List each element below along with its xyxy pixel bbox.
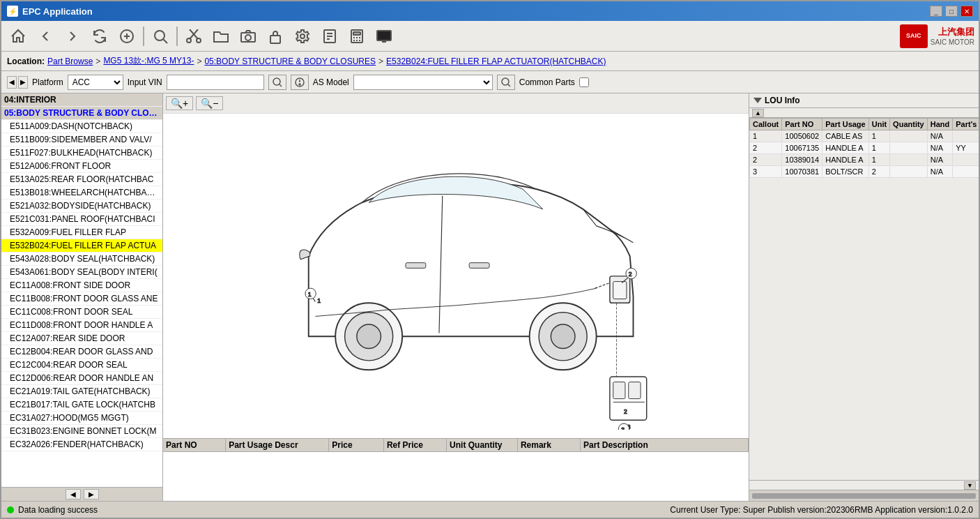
note-button[interactable] (317, 24, 342, 48)
folder-button[interactable] (208, 24, 233, 48)
cell-part-usage: BOLT/SCR (822, 166, 868, 178)
sidebar-item-e511f027[interactable]: E511F027:BULKHEAD(HATCHBACK) (1, 146, 162, 160)
as-model-search-button[interactable] (497, 75, 515, 90)
sidebar-item-ec12d006[interactable]: EC12D006:REAR DOOR HANDLE AN (1, 372, 162, 385)
cut-button[interactable] (181, 24, 206, 48)
sidebar-item-ec12a007[interactable]: EC12A007:REAR SIDE DOOR (1, 332, 162, 345)
camera-button[interactable] (236, 24, 261, 48)
sidebar-item-ec11c008[interactable]: EC11C008:FRONT DOOR SEAL (1, 306, 162, 319)
minimize-button[interactable]: _ (930, 6, 942, 17)
cell-parts-info (953, 154, 979, 166)
svg-text:1: 1 (308, 290, 312, 297)
sidebar-item-ec11d008[interactable]: EC11D008:FRONT DOOR HANDLE A (1, 319, 162, 332)
lock-button[interactable] (263, 24, 288, 48)
sidebar-item-ec21b017[interactable]: EC21B017:TAIL GATE LOCK(HATCHB (1, 398, 162, 412)
svg-rect-49 (629, 382, 641, 398)
lou-collapse-icon[interactable] (753, 98, 762, 103)
sidebar-item-e543a061[interactable]: E543A061:BODY SEAL(BODY INTERI( (1, 266, 162, 279)
lou-table-row[interactable]: 2 10389014 HANDLE A 1 N/A (750, 154, 979, 166)
svg-rect-18 (353, 32, 360, 35)
common-parts-checkbox[interactable] (579, 77, 589, 87)
sidebar-item-ec31b023[interactable]: EC31B023:ENGINE BONNET LOCK(M (1, 425, 162, 438)
cell-quantity (890, 154, 928, 166)
add-button[interactable] (114, 24, 139, 48)
right-panel: LOU Info ▲ Callout Part NO Part Usage Un… (749, 93, 979, 501)
zoom-in-button[interactable]: 🔍+ (166, 96, 193, 110)
calculator-button[interactable] (344, 24, 369, 48)
logo-badge: SAIC (900, 24, 928, 48)
location-section[interactable]: 05:BODY STRUCTURE & BODY CLOSURES (204, 57, 376, 66)
lou-table-row[interactable]: 1 10050602 CABLE AS 1 N/A (750, 130, 979, 142)
platform-select[interactable]: ACC (68, 75, 123, 90)
lou-scroll-top: ▲ (749, 108, 979, 118)
sidebar-item-e543a028[interactable]: E543A028:BODY SEAL(HATCHBACK) (1, 253, 162, 266)
scroll-right-button[interactable]: ▶ (18, 76, 28, 89)
location-part[interactable]: E532B024:FUEL FILLER FLAP ACTUATOR(HATCH… (386, 57, 606, 66)
location-part-browse[interactable]: Part Browse (47, 57, 93, 66)
vin-option-button[interactable] (291, 75, 309, 90)
maximize-button[interactable]: □ (945, 6, 958, 17)
close-button[interactable]: ✕ (960, 6, 973, 17)
car-diagram: 1 2 3 1 (247, 122, 665, 430)
screen-button[interactable] (372, 24, 397, 48)
svg-line-4 (164, 39, 168, 43)
sidebar-item-ec31a027[interactable]: EC31A027:HOOD(MG5 MGGT) (1, 412, 162, 425)
sidebar-scroll-right-button[interactable]: ▶ (84, 489, 99, 499)
svg-text:2: 2 (624, 407, 627, 414)
search-button[interactable] (148, 24, 173, 48)
sidebar-item-ec12c004[interactable]: EC12C004:REAR DOOR SEAL (1, 359, 162, 372)
forward-button[interactable] (60, 24, 85, 48)
sidebar-item-e511a009[interactable]: E511A009:DASH(NOTCHBACK) (1, 120, 162, 133)
lou-scroll-up-button[interactable]: ▲ (752, 109, 764, 117)
sidebar-item-interior[interactable]: 04:INTERIOR (1, 93, 162, 107)
lou-scroll-bottom: ▼ (749, 480, 979, 490)
lou-table: Callout Part NO Part Usage Unit Quantity… (749, 118, 979, 178)
cell-part-no: 10070381 (782, 166, 822, 178)
sidebar-item-ec11a008[interactable]: EC11A008:FRONT SIDE DOOR (1, 279, 162, 292)
settings-button[interactable] (290, 24, 315, 48)
cell-hand: N/A (927, 154, 953, 166)
lou-table-row[interactable]: 3 10070381 BOLT/SCR 2 N/A (750, 166, 979, 178)
cell-part-no: 10050602 (782, 130, 822, 142)
vin-search-button[interactable] (268, 75, 286, 90)
sidebar-item-ec12b004[interactable]: EC12B004:REAR DOOR GLASS AND (1, 345, 162, 359)
lou-scroll-down-button[interactable]: ▼ (964, 481, 976, 490)
sidebar: 04:INTERIOR 05:BODY STRUCTURE & BODY CLO… (1, 93, 163, 501)
sidebar-scroll-left-button[interactable]: ◀ (66, 489, 81, 499)
logo-text: 上汽集团 SAIC MOTOR (931, 26, 974, 46)
sidebar-item-e521a032[interactable]: E521A032:BODYSIDE(HATCHBACK) (1, 200, 162, 213)
col-part-usage: Part Usage Descr (226, 439, 329, 451)
sidebar-item-e511b009[interactable]: E511B009:SIDEMEMBER AND VALV/ (1, 133, 162, 146)
sidebar-item-e532a009[interactable]: E532A009:FUEL FILLER FLAP (1, 226, 162, 239)
refresh-button[interactable] (87, 24, 112, 48)
sidebar-item-ec21a019[interactable]: EC21A019:TAIL GATE(HATCHBACK) (1, 385, 162, 398)
sidebar-item-ec11b008[interactable]: EC11B008:FRONT DOOR GLASS ANE (1, 292, 162, 306)
cell-unit: 1 (868, 130, 889, 142)
sidebar-item-e513b018[interactable]: E513B018:WHEELARCH(HATCHBACK (1, 186, 162, 200)
sidebar-item-e521c031[interactable]: E521C031:PANEL ROOF(HATCHBACI (1, 213, 162, 226)
toolbar-separator-1 (143, 27, 144, 46)
location-model[interactable]: MG5 13款-:MG 5 MY13- (103, 55, 194, 67)
lou-table-wrap[interactable]: Callout Part NO Part Usage Unit Quantity… (749, 118, 979, 480)
vin-input[interactable] (167, 75, 264, 90)
col-part-no: Part NO (163, 439, 226, 451)
scroll-left-button[interactable]: ◀ (7, 76, 17, 89)
lou-horizontal-scrollbar[interactable] (749, 490, 979, 501)
platform-label: Platform (32, 77, 63, 87)
svg-text:1: 1 (317, 297, 321, 304)
bottom-panel: Part NO Part Usage Descr Price Ref Price… (163, 438, 749, 501)
lou-table-row[interactable]: 2 10067135 HANDLE A 1 N/A YY (750, 142, 979, 154)
home-button[interactable] (6, 24, 31, 48)
sidebar-bottom-scroll: ◀ ▶ (1, 487, 162, 501)
sidebar-item-body-structure[interactable]: 05:BODY STRUCTURE & BODY CLOSUR (1, 107, 162, 120)
sidebar-item-e532b024[interactable]: E532B024:FUEL FILLER FLAP ACTUA (1, 239, 162, 253)
as-model-select[interactable] (353, 75, 493, 90)
sidebar-item-ec32a026[interactable]: EC32A026:FENDER(HATCHBACK) (1, 438, 162, 451)
sidebar-item-e513a025[interactable]: E513A025:REAR FLOOR(HATCHBAC (1, 173, 162, 186)
cell-callout: 1 (750, 130, 782, 142)
svg-rect-11 (270, 36, 280, 43)
sidebar-item-e512a006[interactable]: E512A006:FRONT FLOOR (1, 160, 162, 173)
zoom-out-button[interactable]: 🔍− (196, 96, 223, 110)
back-button[interactable] (33, 24, 58, 48)
svg-line-34 (507, 84, 510, 86)
